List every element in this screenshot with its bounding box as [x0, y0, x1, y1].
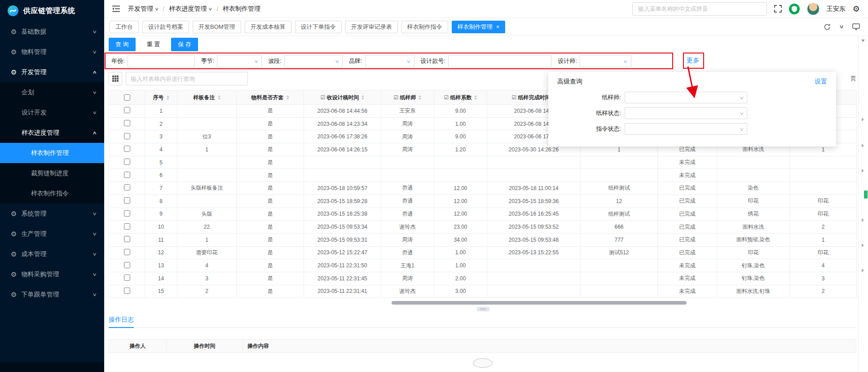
sort-icon[interactable] [474, 94, 477, 101]
panel-splitter-handle[interactable] [477, 307, 489, 311]
sidebar-item-生产管理[interactable]: ⚙生产管理∨ [0, 224, 104, 244]
row-checkbox[interactable] [124, 159, 130, 165]
column-settings-button[interactable] [109, 72, 122, 85]
avatar[interactable] [807, 3, 820, 15]
column-header-纸样系数[interactable]: ☑纸样系数 [434, 91, 487, 105]
advanced-field-select[interactable]: ∨ [625, 92, 747, 103]
column-header-收设计稿时间[interactable]: ☑收设计稿时间 [304, 91, 381, 105]
filter-select[interactable]: ∨ [284, 55, 343, 67]
gear-icon[interactable]: ⚙ [853, 5, 860, 13]
column-header-序号[interactable]: 序号 [145, 91, 177, 105]
breadcrumb-item[interactable]: 样衣进度管理∨ [169, 5, 212, 13]
rail-green-indicator[interactable] [864, 190, 868, 199]
sort-icon[interactable] [286, 94, 289, 101]
sort-icon[interactable] [167, 94, 169, 101]
filter-group-波段: 波段:∨ [268, 55, 343, 67]
row-checkbox[interactable] [124, 133, 130, 139]
advanced-field-select[interactable]: ∨ [625, 107, 747, 119]
sidebar-item-基础数据[interactable]: ⚙基础数据∨ [0, 22, 104, 42]
menu-search-input[interactable] [632, 2, 767, 16]
sidebar-item-裁剪缝制进度[interactable]: 裁剪缝制进度 [0, 163, 104, 183]
breadcrumb-item[interactable]: 开发管理∨ [128, 5, 159, 13]
more-link[interactable]: 更多 [687, 57, 699, 65]
cell: 1.00 [434, 259, 487, 272]
rail-expand-icon[interactable] [862, 269, 864, 272]
monitor-icon[interactable] [852, 23, 860, 30]
rail-expand-icon[interactable] [862, 244, 864, 247]
tab-开发BOM管理[interactable]: 开发BOM管理 [193, 21, 241, 33]
row-checkbox[interactable] [124, 210, 130, 217]
tab-工作台[interactable]: 工作台 [110, 21, 139, 33]
filter-input-field[interactable] [449, 55, 551, 67]
sidebar-item-物料管理[interactable]: ⚙物料管理∨ [0, 42, 104, 62]
fullscreen-icon[interactable] [774, 5, 782, 13]
sidebar-item-样衣制作指令[interactable]: 样衣制作指令 [0, 183, 104, 204]
filter-select[interactable]: ∨ [365, 55, 414, 67]
row-checkbox[interactable] [124, 288, 130, 294]
horizontal-scrollbar[interactable] [392, 301, 687, 305]
sort-icon[interactable] [361, 94, 364, 101]
cell: 8 [145, 195, 177, 208]
tab-设计下单指令[interactable]: 设计下单指令 [295, 21, 342, 33]
column-header-物料是否齐套[interactable]: 物料是否齐套 [237, 91, 304, 105]
rail-expand-icon[interactable] [862, 169, 864, 173]
rail-expand-icon[interactable] [862, 144, 864, 147]
rail-expand-icon[interactable] [862, 118, 864, 121]
sidebar-item-系统管理[interactable]: ⚙系统管理∨ [0, 204, 104, 224]
tab-operation-log[interactable]: 操作日志 [109, 316, 134, 328]
sidebar-item-企划[interactable]: 企划∨ [0, 82, 104, 102]
tab-样衣制作指令[interactable]: 样衣制作指令 [401, 21, 448, 33]
cell: 11 [145, 233, 177, 246]
cell: 是 [237, 233, 304, 246]
settings-link[interactable]: 设置 [815, 78, 827, 86]
column-header-样板备注[interactable]: 样板备注 [177, 91, 237, 105]
table-search-input[interactable] [126, 72, 248, 85]
filter-select[interactable]: ∨ [580, 55, 631, 67]
row-checkbox[interactable] [124, 184, 130, 190]
rail-expand-icon[interactable] [862, 218, 864, 222]
sidebar-collapse-strip[interactable] [0, 362, 104, 372]
sidebar-item-物料采购管理[interactable]: ⚙物料采购管理∨ [0, 264, 104, 284]
row-checkbox[interactable] [124, 107, 130, 113]
menu-fold-icon[interactable] [112, 5, 120, 12]
rail-chevron-down-icon[interactable] [861, 40, 865, 42]
row-checkbox[interactable] [124, 236, 130, 242]
sidebar-item-设计开发[interactable]: 设计开发∨ [0, 102, 104, 123]
chevron-down-icon[interactable]: ∨ [839, 24, 844, 30]
refresh-icon[interactable] [824, 23, 831, 31]
sidebar-item-样衣制作管理[interactable]: 样衣制作管理 [0, 143, 104, 163]
breadcrumb-item[interactable]: 样衣制作管理 [223, 5, 260, 13]
row-checkbox[interactable] [124, 120, 130, 126]
tab-设计款号档案[interactable]: 设计款号档案 [142, 21, 189, 33]
table-row: 143是2023-05-11 22:31:45周涛2.00未完成钉珠,染色3 [109, 272, 857, 285]
sort-icon[interactable] [218, 94, 220, 101]
filter-input-field[interactable] [128, 55, 194, 67]
row-checkbox[interactable] [124, 223, 130, 230]
advanced-field-select[interactable]: ∨ [625, 123, 747, 135]
save-button[interactable]: 保 存 [171, 38, 198, 51]
tab-开发评审记录表[interactable]: 开发评审记录表 [345, 21, 398, 33]
select-all-header[interactable] [109, 91, 145, 105]
tab-样衣制作管理[interactable]: 样衣制作管理× [452, 21, 506, 33]
column-header-纸样师[interactable]: ☑纸样师 [381, 91, 434, 105]
cell: 12.00 [434, 208, 487, 221]
sidebar-item-样衣进度管理[interactable]: 样衣进度管理∧ [0, 123, 104, 143]
sort-icon[interactable] [419, 94, 421, 101]
close-icon[interactable]: × [496, 24, 500, 30]
select-all-checkbox[interactable] [124, 94, 130, 101]
row-checkbox[interactable] [124, 275, 130, 281]
reset-button[interactable]: 重 置 [140, 38, 167, 51]
row-checkbox[interactable] [124, 197, 130, 204]
row-checkbox[interactable] [124, 172, 130, 178]
shield-icon[interactable] [789, 4, 800, 14]
query-button[interactable]: 查 询 [109, 38, 136, 51]
tab-开发成本核算[interactable]: 开发成本核算 [245, 21, 291, 33]
row-checkbox[interactable] [124, 249, 130, 255]
sidebar-item-下单跟单管理[interactable]: ⚙下单跟单管理∨ [0, 284, 104, 305]
filter-select[interactable]: ∨ [217, 55, 262, 67]
username[interactable]: 王安东 [827, 5, 846, 13]
sidebar-item-开发管理[interactable]: ⚙开发管理∧ [0, 62, 104, 82]
row-checkbox[interactable] [124, 262, 130, 268]
sidebar-item-成本管理[interactable]: ⚙成本管理∨ [0, 244, 104, 264]
row-checkbox[interactable] [124, 146, 130, 152]
